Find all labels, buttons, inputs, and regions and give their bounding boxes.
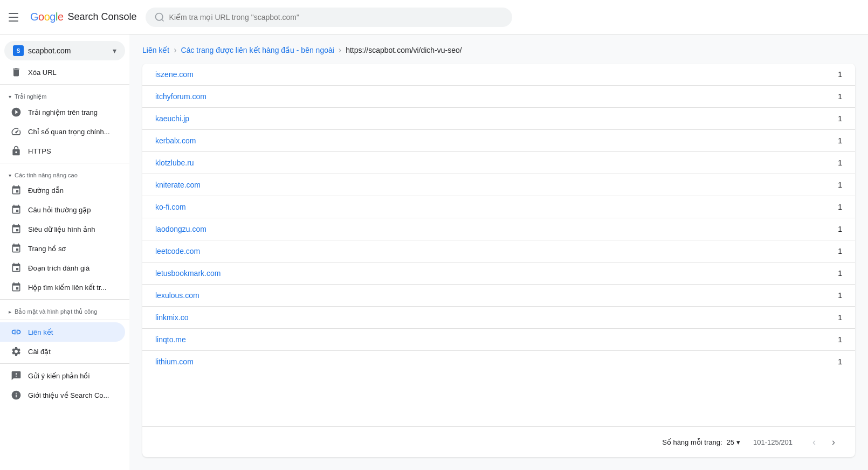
links-table: iszene.com 1 itchyforum.com 1 kaeuchi.jp… (142, 64, 855, 372)
divider (0, 299, 129, 300)
link-icon (11, 327, 22, 337)
page-range: 101-125/201 (753, 438, 793, 446)
svg-line-1 (161, 19, 163, 21)
table-row[interactable]: letusbookmark.com 1 (142, 262, 855, 285)
divider (0, 163, 129, 163)
count-cell: 1 (823, 196, 855, 218)
layout: S scapbot.com ▾ Xóa URL ▾ Trải nghiệm Tr… (0, 34, 868, 470)
table-row[interactable]: lithium.com 1 (142, 351, 855, 373)
next-page-button[interactable]: › (825, 433, 842, 451)
sidebar-item-label: Gửi ý kiến phản hồi (28, 372, 89, 380)
table-row[interactable]: linkmix.co 1 (142, 307, 855, 329)
xoa-url-icon (11, 67, 22, 78)
section-label: Các tính năng nâng cao (15, 172, 78, 178)
review-icon (11, 262, 22, 273)
table-row[interactable]: leetcode.com 1 (142, 240, 855, 262)
sidebar: S scapbot.com ▾ Xóa URL ▾ Trải nghiệm Tr… (0, 34, 129, 470)
sidebar-item-lien-ket[interactable]: Liên kết (0, 322, 125, 342)
table-row[interactable]: klotzlube.ru 1 (142, 152, 855, 174)
count-cell: 1 (823, 307, 855, 329)
rows-per-page-selector[interactable]: 25 ▾ (727, 438, 740, 446)
domain-cell[interactable]: kerbalx.com (142, 130, 823, 152)
domain-cell[interactable]: itchyforum.com (142, 86, 823, 108)
search-bar[interactable] (146, 8, 512, 27)
domain-cell[interactable]: letusbookmark.com (142, 262, 823, 285)
property-dropdown-icon: ▾ (113, 46, 116, 55)
domain-cell[interactable]: leetcode.com (142, 240, 823, 262)
domain-cell[interactable]: linkmix.co (142, 307, 823, 329)
domain-cell[interactable]: kniterate.com (142, 174, 823, 196)
section-tinh-nang-nang-cao[interactable]: ▾ Các tính năng nâng cao (0, 165, 129, 181)
sidebar-item-doan-trich-danh-gia[interactable]: Đoạn trích đánh giá (0, 258, 125, 278)
settings-icon (11, 346, 22, 357)
sidebar-item-label: Câu hỏi thường gặp (28, 206, 91, 214)
table-row[interactable]: itchyforum.com 1 (142, 86, 855, 108)
count-cell: 1 (823, 174, 855, 196)
table-row[interactable]: iszene.com 1 (142, 64, 855, 86)
breadcrumb: Liên kết › Các trang được liên kết hàng … (129, 34, 868, 64)
domain-cell[interactable]: laodongzu.com (142, 218, 823, 240)
sidebar-item-label: HTTPS (28, 147, 51, 155)
sidebar-item-gioi-thieu[interactable]: Giới thiệu về Search Co... (0, 385, 125, 405)
chevron-icon: ▸ (9, 309, 11, 315)
divider (0, 320, 129, 320)
table-row[interactable]: laodongzu.com 1 (142, 218, 855, 240)
property-selector[interactable]: S scapbot.com ▾ (4, 41, 125, 60)
table-row[interactable]: kerbalx.com 1 (142, 130, 855, 152)
divider (0, 84, 129, 85)
breadcrumb-separator-1: › (174, 45, 176, 55)
table-row[interactable]: linqto.me 1 (142, 329, 855, 351)
menu-button[interactable] (9, 11, 22, 24)
sidebar-item-label: Giới thiệu về Search Co... (28, 391, 109, 399)
sidebar-item-label: Cài đặt (28, 348, 51, 356)
sidebar-item-duong-dan[interactable]: Đường dẫn (0, 181, 125, 200)
domain-cell[interactable]: lexulous.com (142, 285, 823, 307)
table-footer: Số hàng mỗi trang: 25 ▾ 101-125/201 ‹ › (142, 426, 855, 457)
section-trai-nghiem[interactable]: ▾ Trải nghiệm (0, 87, 129, 102)
table-row[interactable]: lexulous.com 1 (142, 285, 855, 307)
breadcrumb-separator-2: › (339, 45, 341, 55)
sidebar-item-label: Trải nghiệm trên trang (28, 108, 98, 116)
prev-page-button[interactable]: ‹ (805, 433, 823, 451)
domain-cell[interactable]: linqto.me (142, 329, 823, 351)
count-cell: 1 (823, 86, 855, 108)
property-name: scapbot.com (28, 46, 108, 55)
info-icon (11, 390, 22, 400)
count-cell: 1 (823, 218, 855, 240)
domain-cell[interactable]: lithium.com (142, 351, 823, 373)
table-row[interactable]: kniterate.com 1 (142, 174, 855, 196)
sidebar-item-https[interactable]: HTTPS (0, 141, 125, 161)
sidebar-item-chi-so-quan-trong[interactable]: Chỉ số quan trọng chính... (0, 122, 125, 141)
faq-icon (11, 204, 22, 215)
domain-cell[interactable]: ko-fi.com (142, 196, 823, 218)
count-cell: 1 (823, 262, 855, 285)
count-cell: 1 (823, 351, 855, 373)
breadcrumb-current: https://scapbot.com/vi/dich-vu-seo/ (346, 46, 462, 54)
table-row[interactable]: ko-fi.com 1 (142, 196, 855, 218)
app-logo[interactable]: Google Search Console (30, 11, 137, 23)
domain-cell[interactable]: klotzlube.ru (142, 152, 823, 174)
breadcrumb-link-2[interactable]: Các trang được liên kết hàng đầu - bên n… (181, 46, 334, 54)
table-row[interactable]: kaeuchi.jp 1 (142, 108, 855, 130)
section-bao-mat[interactable]: ▸ Bảo mật và hình phạt thủ công (0, 302, 129, 317)
count-cell: 1 (823, 64, 855, 86)
search-icon (154, 12, 165, 23)
sidebar-item-label: Đoạn trích đánh giá (28, 264, 89, 272)
sidebar-item-trang-ho-so[interactable]: Trang hồ sơ (0, 239, 125, 258)
sidebar-item-xoa-url[interactable]: Xóa URL (0, 63, 125, 82)
table-content: iszene.com 1 itchyforum.com 1 kaeuchi.jp… (142, 64, 855, 426)
sidebar-item-gui-y-kien[interactable]: Gửi ý kiến phản hồi (0, 366, 125, 385)
profile-icon (11, 243, 22, 254)
sidebar-item-trai-nghiem-tren-trang[interactable]: Trải nghiệm trên trang (0, 102, 125, 122)
sidebar-item-hop-tim-kiem[interactable]: Hộp tìm kiếm liên kết tr... (0, 278, 125, 297)
domain-cell[interactable]: iszene.com (142, 64, 823, 86)
breadcrumb-link-1[interactable]: Liên kết (142, 46, 169, 54)
domain-cell[interactable]: kaeuchi.jp (142, 108, 823, 130)
rows-dropdown-icon: ▾ (736, 438, 740, 446)
search-input[interactable] (169, 13, 504, 22)
sidebar-item-cau-hoi-thuong-gap[interactable]: Câu hỏi thường gặp (0, 200, 125, 219)
sidebar-item-sieu-du-lieu-hinh-anh[interactable]: Siêu dữ liệu hình ảnh (0, 219, 125, 239)
sidebar-item-cai-dat[interactable]: Cài đặt (0, 342, 125, 361)
chevron-icon: ▾ (9, 94, 11, 100)
count-cell: 1 (823, 130, 855, 152)
